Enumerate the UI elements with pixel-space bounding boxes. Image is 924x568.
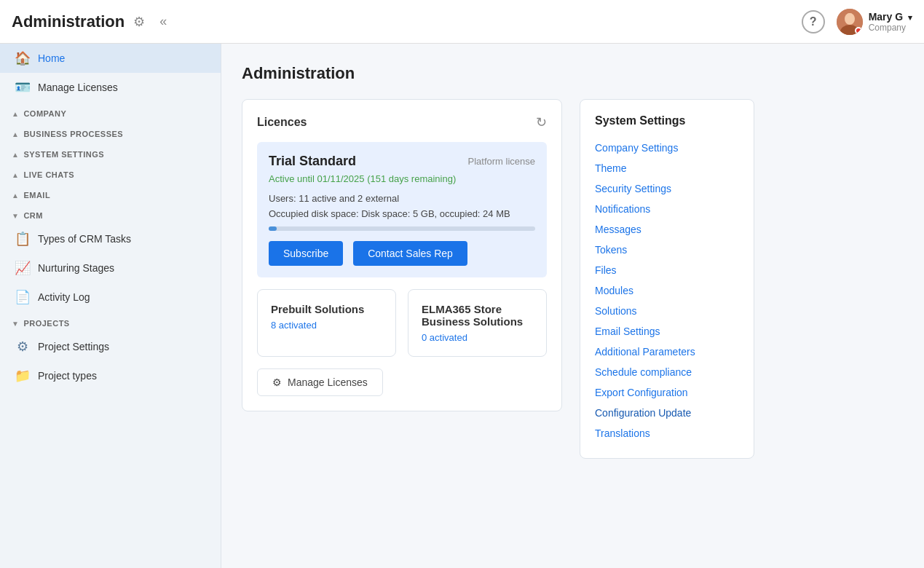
system-settings-panel: System Settings Company SettingsThemeSec… xyxy=(580,99,754,459)
section-label: CRM xyxy=(23,211,43,220)
sidebar-item-activity-log[interactable]: 📄 Activity Log xyxy=(0,283,221,312)
user-name: Mary G ▾ xyxy=(869,11,912,23)
licences-section: Licences ↻ Trial Standard Platform licen… xyxy=(242,99,562,459)
user-info: Mary G ▾ Company xyxy=(869,11,912,33)
section-label: PROJECTS xyxy=(23,319,69,328)
chevron-up-icon: ▲ xyxy=(12,151,19,159)
manage-licenses-icon: ⚙ xyxy=(272,376,282,388)
section-label: COMPANY xyxy=(23,109,66,118)
settings-link-configuration-update[interactable]: Configuration Update xyxy=(595,403,739,423)
section-label: EMAIL xyxy=(23,191,50,200)
contact-sales-button[interactable]: Contact Sales Rep xyxy=(353,241,467,266)
trial-plan-name: Trial Standard xyxy=(269,154,356,169)
avatar xyxy=(837,9,863,35)
manage-licenses-button[interactable]: ⚙ Manage Licenses xyxy=(257,368,383,396)
settings-link-messages[interactable]: Messages xyxy=(595,219,739,240)
settings-link-files[interactable]: Files xyxy=(595,260,739,280)
sidebar-section-email[interactable]: ▲ EMAIL xyxy=(0,184,221,204)
licences-title: Licences xyxy=(257,116,307,129)
sidebar-section-crm[interactable]: ▼ CRM xyxy=(0,204,221,224)
sidebar-item-label: Home xyxy=(38,52,65,64)
sidebar-item-label: Types of CRM Tasks xyxy=(38,233,131,245)
settings-link-additional-parameters[interactable]: Additional Parameters xyxy=(595,342,739,362)
sidebar-section-company[interactable]: ▲ COMPANY xyxy=(0,102,221,122)
activity-log-icon: 📄 xyxy=(15,289,31,305)
main-content: Administration Licences ↻ Trial Standard… xyxy=(221,44,924,568)
settings-link-theme[interactable]: Theme xyxy=(595,158,739,178)
chevron-up-icon: ▲ xyxy=(12,171,19,179)
gear-icon[interactable]: ⚙ xyxy=(133,14,145,30)
user-company: Company xyxy=(869,23,912,33)
section-label: BUSINESS PROCESSES xyxy=(23,130,123,138)
system-settings-title: System Settings xyxy=(595,114,739,127)
settings-link-security-settings[interactable]: Security Settings xyxy=(595,178,739,199)
disk-usage-bar xyxy=(269,226,535,231)
settings-link-email-settings[interactable]: Email Settings xyxy=(595,321,739,342)
svg-point-3 xyxy=(845,13,854,23)
sidebar-item-project-settings[interactable]: ⚙ Project Settings xyxy=(0,332,221,361)
settings-link-export-configuration[interactable]: Export Configuration xyxy=(595,382,739,403)
settings-link-translations[interactable]: Translations xyxy=(595,423,739,443)
sidebar-item-label: Nurturing Stages xyxy=(38,262,114,274)
licences-card: Licences ↻ Trial Standard Platform licen… xyxy=(242,99,562,411)
topbar-left: Administration ⚙ « xyxy=(12,11,173,32)
sidebar-section-projects[interactable]: ▼ PROJECTS xyxy=(0,312,221,332)
sidebar-item-label: Manage Licenses xyxy=(38,82,118,93)
settings-link-notifications[interactable]: Notifications xyxy=(595,199,739,219)
nurturing-icon: 📈 xyxy=(15,260,31,276)
platform-license-label: Platform license xyxy=(468,156,535,167)
license-icon: 🪪 xyxy=(15,79,31,95)
sidebar: 🏠 Home 🪪 Manage Licenses ▲ COMPANY ▲ BUS… xyxy=(0,44,221,568)
sidebar-item-manage-licenses[interactable]: 🪪 Manage Licenses xyxy=(0,73,221,102)
settings-link-modules[interactable]: Modules xyxy=(595,280,739,301)
topbar-right: ? Mary G ▾ Company xyxy=(802,9,912,35)
bottom-cards: Prebuilt Solutions 8 activated ELMA365 S… xyxy=(257,289,547,357)
trial-active-text: Active until 01/11/2025 (151 days remain… xyxy=(269,173,535,184)
chevron-up-icon: ▲ xyxy=(12,192,19,200)
settings-link-schedule-compliance[interactable]: Schedule compliance xyxy=(595,362,739,382)
subscribe-button[interactable]: Subscribe xyxy=(269,241,343,266)
chevron-up-icon: ▲ xyxy=(12,130,19,138)
sidebar-section-business-processes[interactable]: ▲ BUSINESS PROCESSES xyxy=(0,122,221,143)
settings-links: Company SettingsThemeSecurity SettingsNo… xyxy=(595,138,739,443)
sidebar-section-live-chats[interactable]: ▲ LIVE CHATS xyxy=(0,163,221,184)
trial-users-text: Users: 11 active and 2 external xyxy=(269,193,535,204)
question-icon: ? xyxy=(810,15,817,28)
content-layout: Licences ↻ Trial Standard Platform licen… xyxy=(242,99,904,459)
settings-link-tokens[interactable]: Tokens xyxy=(595,240,739,260)
sidebar-item-label: Project Settings xyxy=(38,341,109,352)
sidebar-section-system-settings[interactable]: ▲ SYSTEM SETTINGS xyxy=(0,143,221,163)
prebuilt-solutions-card[interactable]: Prebuilt Solutions 8 activated xyxy=(257,289,396,357)
user-menu[interactable]: Mary G ▾ Company xyxy=(837,9,912,35)
collapse-sidebar-button[interactable]: « xyxy=(154,11,173,32)
section-label: LIVE CHATS xyxy=(23,170,74,179)
elma-store-card[interactable]: ELMA365 Store Business Solutions 0 activ… xyxy=(408,289,547,357)
help-button[interactable]: ? xyxy=(802,10,825,33)
trial-buttons: Subscribe Contact Sales Rep xyxy=(269,241,535,266)
prebuilt-title: Prebuilt Solutions xyxy=(271,303,382,315)
sidebar-item-label: Activity Log xyxy=(38,291,90,303)
refresh-button[interactable]: ↻ xyxy=(536,114,547,130)
sidebar-item-label: Project types xyxy=(38,370,97,382)
settings-link-company-settings[interactable]: Company Settings xyxy=(595,138,739,158)
project-types-icon: 📁 xyxy=(15,368,31,384)
trial-disk-text: Occupied disk space: Disk space: 5 GB, o… xyxy=(269,208,535,219)
topbar: Administration ⚙ « ? Mar xyxy=(0,0,924,44)
online-indicator xyxy=(855,27,862,34)
prebuilt-count: 8 activated xyxy=(271,320,382,331)
elma-store-title: ELMA365 Store Business Solutions xyxy=(422,303,533,328)
settings-link-solutions[interactable]: Solutions xyxy=(595,301,739,321)
chevron-up-icon: ▲ xyxy=(12,110,19,118)
topbar-title: Administration xyxy=(12,12,125,31)
sidebar-item-crm-tasks[interactable]: 📋 Types of CRM Tasks xyxy=(0,224,221,253)
chevron-down-icon: ▼ xyxy=(12,212,19,220)
manage-licenses-label: Manage Licenses xyxy=(288,376,368,388)
elma-store-count: 0 activated xyxy=(422,332,533,343)
sidebar-item-project-types[interactable]: 📁 Project types xyxy=(0,361,221,390)
home-icon: 🏠 xyxy=(15,50,31,66)
chevron-down-icon: ▼ xyxy=(12,320,19,328)
sidebar-item-nurturing-stages[interactable]: 📈 Nurturing Stages xyxy=(0,253,221,283)
project-settings-icon: ⚙ xyxy=(15,339,31,355)
sidebar-item-home[interactable]: 🏠 Home xyxy=(0,44,221,73)
disk-usage-fill xyxy=(269,226,277,231)
